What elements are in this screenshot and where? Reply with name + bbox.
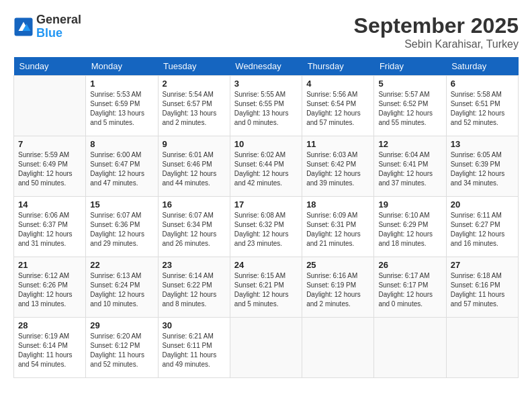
col-saturday: Saturday: [446, 57, 518, 76]
table-row: 4 Sunrise: 5:56 AMSunset: 6:54 PMDayligh…: [302, 76, 374, 136]
table-row: 3 Sunrise: 5:55 AMSunset: 6:55 PMDayligh…: [230, 76, 302, 136]
table-row: 17 Sunrise: 6:08 AMSunset: 6:32 PMDaylig…: [230, 197, 302, 257]
table-row: 15 Sunrise: 6:07 AMSunset: 6:36 PMDaylig…: [86, 197, 158, 257]
calendar-table: Sunday Monday Tuesday Wednesday Thursday…: [13, 57, 519, 378]
week-row-1: 1 Sunrise: 5:53 AMSunset: 6:59 PMDayligh…: [14, 76, 519, 136]
day-number: 15: [90, 199, 153, 210]
day-number: 29: [90, 320, 153, 330]
day-info: Sunrise: 5:54 AMSunset: 6:57 PMDaylight:…: [163, 90, 226, 128]
day-info: Sunrise: 6:16 AMSunset: 6:19 PMDaylight:…: [306, 271, 369, 309]
logo-icon: [13, 17, 34, 37]
table-row: 16 Sunrise: 6:07 AMSunset: 6:34 PMDaylig…: [158, 197, 230, 257]
table-row: 26 Sunrise: 6:17 AMSunset: 6:17 PMDaylig…: [374, 257, 446, 318]
table-row: [446, 318, 518, 378]
week-row-2: 7 Sunrise: 5:59 AMSunset: 6:49 PMDayligh…: [14, 136, 519, 197]
day-number: 11: [306, 139, 369, 149]
day-info: Sunrise: 6:02 AMSunset: 6:44 PMDaylight:…: [234, 150, 298, 188]
day-number: 22: [90, 260, 153, 270]
day-info: Sunrise: 6:07 AMSunset: 6:34 PMDaylight:…: [163, 211, 226, 248]
table-row: 30 Sunrise: 6:21 AMSunset: 6:11 PMDaylig…: [158, 318, 230, 378]
table-row: 23 Sunrise: 6:14 AMSunset: 6:22 PMDaylig…: [158, 257, 230, 318]
day-info: Sunrise: 6:10 AMSunset: 6:29 PMDaylight:…: [378, 211, 441, 248]
col-thursday: Thursday: [302, 57, 374, 76]
day-info: Sunrise: 5:57 AMSunset: 6:52 PMDaylight:…: [378, 90, 441, 128]
col-friday: Friday: [374, 57, 446, 76]
day-info: Sunrise: 5:55 AMSunset: 6:55 PMDaylight:…: [234, 90, 298, 128]
day-number: 2: [163, 79, 226, 89]
day-number: 6: [451, 79, 514, 89]
day-number: 28: [18, 320, 81, 330]
table-row: [230, 318, 302, 378]
day-info: Sunrise: 6:18 AMSunset: 6:16 PMDaylight:…: [451, 271, 514, 309]
day-info: Sunrise: 6:00 AMSunset: 6:47 PMDaylight:…: [90, 150, 153, 188]
table-row: 29 Sunrise: 6:20 AMSunset: 6:12 PMDaylig…: [86, 318, 158, 378]
logo-blue: Blue: [36, 27, 81, 40]
day-number: 9: [163, 139, 226, 149]
day-info: Sunrise: 6:12 AMSunset: 6:26 PMDaylight:…: [18, 271, 81, 309]
day-number: 27: [451, 260, 514, 270]
day-number: 8: [90, 139, 153, 149]
day-info: Sunrise: 6:08 AMSunset: 6:32 PMDaylight:…: [234, 211, 298, 248]
day-number: 20: [451, 199, 514, 210]
day-number: 25: [306, 260, 369, 270]
day-info: Sunrise: 6:07 AMSunset: 6:36 PMDaylight:…: [90, 211, 153, 248]
table-row: 1 Sunrise: 5:53 AMSunset: 6:59 PMDayligh…: [86, 76, 158, 136]
logo: General Blue: [13, 13, 81, 40]
col-monday: Monday: [86, 57, 158, 76]
day-number: 18: [306, 199, 369, 210]
week-row-5: 28 Sunrise: 6:19 AMSunset: 6:14 PMDaylig…: [14, 318, 519, 378]
header-row: Sunday Monday Tuesday Wednesday Thursday…: [14, 57, 519, 76]
week-row-3: 14 Sunrise: 6:06 AMSunset: 6:37 PMDaylig…: [14, 197, 519, 257]
table-row: 5 Sunrise: 5:57 AMSunset: 6:52 PMDayligh…: [374, 76, 446, 136]
day-info: Sunrise: 6:04 AMSunset: 6:41 PMDaylight:…: [378, 150, 441, 188]
month-title: September 2025: [354, 13, 519, 38]
table-row: [302, 318, 374, 378]
table-row: 11 Sunrise: 6:03 AMSunset: 6:42 PMDaylig…: [302, 136, 374, 197]
table-row: 24 Sunrise: 6:15 AMSunset: 6:21 PMDaylig…: [230, 257, 302, 318]
title-section: September 2025 Sebin Karahisar, Turkey: [354, 13, 519, 50]
day-number: 30: [163, 320, 226, 330]
day-info: Sunrise: 6:03 AMSunset: 6:42 PMDaylight:…: [306, 150, 369, 188]
table-row: [14, 76, 86, 136]
day-number: 16: [163, 199, 226, 210]
table-row: 19 Sunrise: 6:10 AMSunset: 6:29 PMDaylig…: [374, 197, 446, 257]
day-info: Sunrise: 6:17 AMSunset: 6:17 PMDaylight:…: [378, 271, 441, 309]
day-info: Sunrise: 6:20 AMSunset: 6:12 PMDaylight:…: [90, 332, 153, 369]
day-number: 26: [378, 260, 441, 270]
logo-text: General Blue: [36, 13, 81, 40]
day-number: 12: [378, 139, 441, 149]
day-info: Sunrise: 6:21 AMSunset: 6:11 PMDaylight:…: [163, 332, 226, 369]
day-number: 13: [451, 139, 514, 149]
day-info: Sunrise: 6:06 AMSunset: 6:37 PMDaylight:…: [18, 211, 81, 248]
location-subtitle: Sebin Karahisar, Turkey: [354, 38, 519, 50]
day-info: Sunrise: 6:13 AMSunset: 6:24 PMDaylight:…: [90, 271, 153, 309]
day-info: Sunrise: 5:53 AMSunset: 6:59 PMDaylight:…: [90, 90, 153, 128]
day-info: Sunrise: 6:09 AMSunset: 6:31 PMDaylight:…: [306, 211, 369, 248]
page-header: General Blue September 2025 Sebin Karahi…: [13, 13, 519, 50]
table-row: 27 Sunrise: 6:18 AMSunset: 6:16 PMDaylig…: [446, 257, 518, 318]
table-row: [374, 318, 446, 378]
day-number: 3: [234, 79, 298, 89]
table-row: 22 Sunrise: 6:13 AMSunset: 6:24 PMDaylig…: [86, 257, 158, 318]
week-row-4: 21 Sunrise: 6:12 AMSunset: 6:26 PMDaylig…: [14, 257, 519, 318]
table-row: 21 Sunrise: 6:12 AMSunset: 6:26 PMDaylig…: [14, 257, 86, 318]
table-row: 13 Sunrise: 6:05 AMSunset: 6:39 PMDaylig…: [446, 136, 518, 197]
day-info: Sunrise: 6:15 AMSunset: 6:21 PMDaylight:…: [234, 271, 298, 309]
day-info: Sunrise: 6:05 AMSunset: 6:39 PMDaylight:…: [451, 150, 514, 188]
day-number: 4: [306, 79, 369, 89]
table-row: 12 Sunrise: 6:04 AMSunset: 6:41 PMDaylig…: [374, 136, 446, 197]
table-row: 6 Sunrise: 5:58 AMSunset: 6:51 PMDayligh…: [446, 76, 518, 136]
day-info: Sunrise: 6:19 AMSunset: 6:14 PMDaylight:…: [18, 332, 81, 369]
day-number: 21: [18, 260, 81, 270]
table-row: 28 Sunrise: 6:19 AMSunset: 6:14 PMDaylig…: [14, 318, 86, 378]
day-number: 24: [234, 260, 298, 270]
day-number: 7: [18, 139, 81, 149]
table-row: 25 Sunrise: 6:16 AMSunset: 6:19 PMDaylig…: [302, 257, 374, 318]
table-row: 14 Sunrise: 6:06 AMSunset: 6:37 PMDaylig…: [14, 197, 86, 257]
table-row: 8 Sunrise: 6:00 AMSunset: 6:47 PMDayligh…: [86, 136, 158, 197]
col-wednesday: Wednesday: [230, 57, 302, 76]
day-info: Sunrise: 5:59 AMSunset: 6:49 PMDaylight:…: [18, 150, 81, 188]
day-number: 17: [234, 199, 298, 210]
day-info: Sunrise: 6:11 AMSunset: 6:27 PMDaylight:…: [451, 211, 514, 248]
day-number: 23: [163, 260, 226, 270]
